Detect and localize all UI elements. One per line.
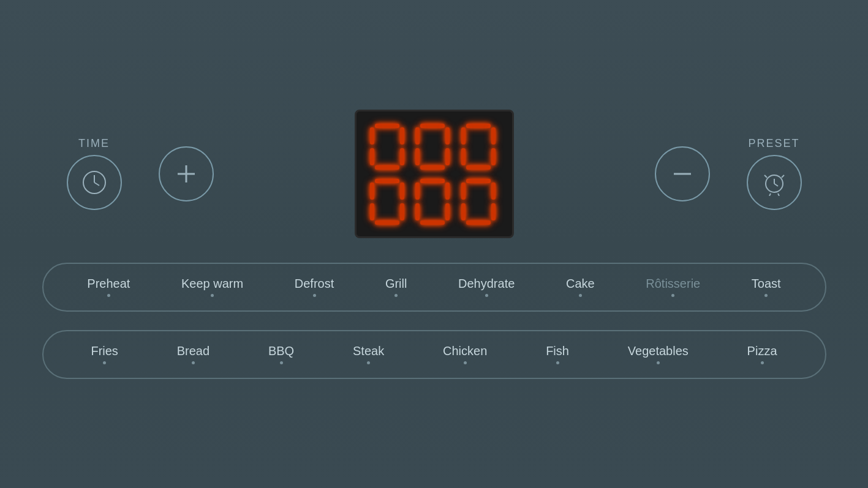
display-screen	[355, 110, 514, 238]
preset-group: PRESET	[747, 137, 802, 210]
mode-strip-2: Fries Bread BBQ Steak Chicken Fish Veget…	[42, 330, 826, 379]
mode-fish-dot	[556, 361, 559, 364]
mode-toast-dot	[764, 294, 768, 297]
digit-1	[414, 122, 451, 171]
mode-vegetables-label: Vegetables	[628, 344, 689, 358]
mode-bbq-label: BBQ	[268, 344, 294, 358]
mode-fish[interactable]: Fish	[546, 344, 569, 364]
mode-steak-label: Steak	[353, 344, 384, 358]
plus-group	[159, 146, 214, 201]
digit-0	[369, 122, 406, 171]
mode-pizza[interactable]: Pizza	[747, 344, 777, 364]
mode-fries[interactable]: Fries	[91, 344, 118, 364]
mode-bread-dot	[192, 361, 195, 364]
mode-chicken-label: Chicken	[443, 344, 487, 358]
svg-line-10	[782, 175, 784, 178]
digit-4	[414, 178, 451, 227]
mode-steak-dot	[367, 361, 370, 364]
mode-cake[interactable]: Cake	[566, 277, 595, 297]
minus-group	[655, 146, 710, 201]
mode-rotisserie-label: Rôtisserie	[646, 277, 700, 291]
mode-keepwarm-label: Keep warm	[181, 277, 243, 291]
mode-keepwarm[interactable]: Keep warm	[181, 277, 243, 297]
digit-5	[460, 178, 497, 227]
mode-preheat-dot	[107, 294, 110, 297]
mode-rotisserie-dot	[671, 294, 674, 297]
mode-bbq[interactable]: BBQ	[268, 344, 294, 364]
mode-vegetables[interactable]: Vegetables	[628, 344, 689, 364]
right-controls: PRESET	[655, 137, 802, 210]
svg-line-12	[778, 193, 779, 196]
mode-preheat-label: Preheat	[87, 277, 130, 291]
svg-line-9	[764, 175, 767, 178]
mode-cake-label: Cake	[566, 277, 595, 291]
minus-button[interactable]	[655, 146, 710, 201]
preset-button[interactable]	[747, 155, 802, 210]
mode-defrost-label: Defrost	[295, 277, 334, 291]
mode-vegetables-dot	[657, 361, 660, 364]
mode-grill-label: Grill	[385, 277, 407, 291]
alarm-clock-icon	[761, 169, 788, 196]
mode-preheat[interactable]: Preheat	[87, 277, 130, 297]
time-button[interactable]	[67, 155, 122, 210]
mode-fries-dot	[103, 361, 106, 364]
mode-keepwarm-dot	[211, 294, 214, 297]
mode-steak[interactable]: Steak	[353, 344, 384, 364]
mode-strip-1: Preheat Keep warm Defrost Grill Dehydrat…	[42, 263, 826, 312]
preset-label: PRESET	[748, 137, 799, 150]
mode-grill-dot	[394, 294, 398, 297]
controls-row: TIME	[67, 110, 802, 238]
mode-toast-label: Toast	[752, 277, 781, 291]
mode-bread[interactable]: Bread	[177, 344, 209, 364]
minus-icon	[669, 160, 696, 187]
mode-defrost-dot	[313, 294, 316, 297]
svg-line-8	[774, 184, 778, 186]
mode-bbq-dot	[280, 361, 283, 364]
mode-grill[interactable]: Grill	[385, 277, 407, 297]
mode-dehydrate[interactable]: Dehydrate	[458, 277, 515, 297]
clock-icon	[81, 169, 108, 196]
mode-pizza-dot	[761, 361, 764, 364]
mode-cake-dot	[579, 294, 582, 297]
digit-2	[460, 122, 497, 171]
mode-chicken-dot	[464, 361, 467, 364]
mode-pizza-label: Pizza	[747, 344, 777, 358]
mode-rotisserie[interactable]: Rôtisserie	[646, 277, 700, 297]
time-group: TIME	[67, 137, 122, 210]
left-controls: TIME	[67, 137, 214, 210]
digit-3	[369, 178, 406, 227]
mode-dehydrate-label: Dehydrate	[458, 277, 515, 291]
mode-defrost[interactable]: Defrost	[295, 277, 334, 297]
main-panel: TIME	[0, 0, 868, 488]
mode-toast[interactable]: Toast	[752, 277, 781, 297]
plus-button[interactable]	[159, 146, 214, 201]
display-area	[355, 110, 514, 238]
mode-dehydrate-dot	[485, 294, 488, 297]
mode-bread-label: Bread	[177, 344, 209, 358]
svg-line-11	[769, 193, 771, 196]
time-label: TIME	[78, 137, 110, 150]
mode-fish-label: Fish	[546, 344, 569, 358]
mode-fries-label: Fries	[91, 344, 118, 358]
plus-icon	[174, 162, 198, 186]
svg-line-2	[94, 182, 99, 186]
mode-chicken[interactable]: Chicken	[443, 344, 487, 364]
